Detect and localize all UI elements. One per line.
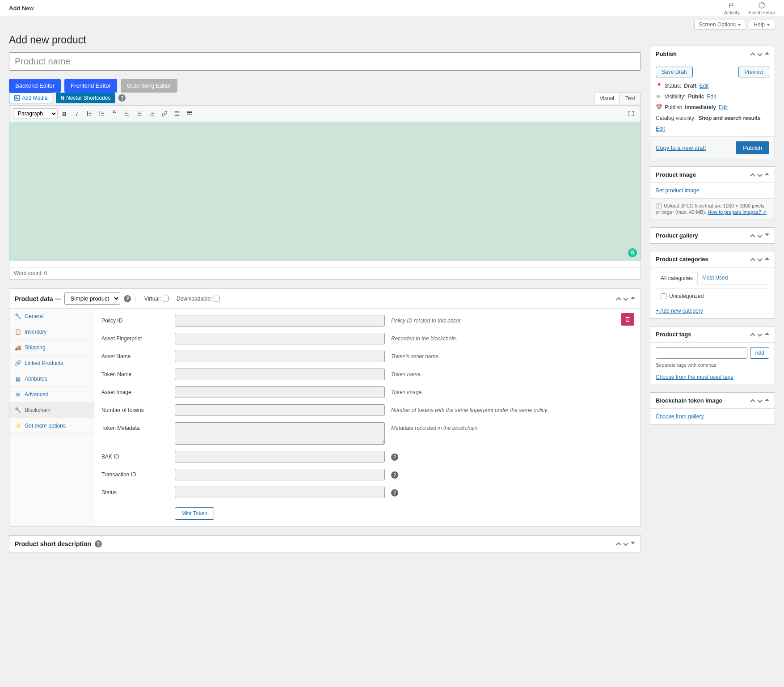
collapse-icon[interactable]	[631, 297, 635, 299]
token-name-input[interactable]	[175, 369, 385, 380]
product-image-box: Product image Set product image iUpload …	[650, 166, 775, 220]
move-down-icon[interactable]	[758, 399, 762, 403]
bak-id-input[interactable]	[175, 451, 385, 462]
help-icon[interactable]: ?	[95, 540, 102, 547]
tab-general[interactable]: 🔧General	[9, 309, 94, 324]
most-used-tab[interactable]: Most Used	[698, 272, 732, 284]
move-up-icon[interactable]	[750, 257, 755, 262]
downloadable-checkbox[interactable]	[214, 296, 219, 301]
move-down-icon[interactable]	[624, 542, 628, 546]
move-up-icon[interactable]	[616, 542, 621, 546]
link-button[interactable]	[159, 108, 170, 119]
grammarly-icon[interactable]: G	[628, 248, 637, 257]
virtual-checkbox[interactable]	[163, 296, 169, 301]
move-up-icon[interactable]	[750, 399, 755, 403]
product-type-select[interactable]: Simple product	[64, 293, 120, 305]
move-down-icon[interactable]	[624, 297, 628, 301]
publish-button[interactable]: Publish	[736, 141, 769, 154]
asset-image-input[interactable]	[175, 386, 385, 398]
policy-id-input[interactable]	[175, 315, 385, 327]
move-up-icon[interactable]	[616, 297, 621, 301]
blockquote-button[interactable]: “	[109, 108, 120, 119]
edit-visibility-link[interactable]: Edit	[707, 93, 716, 100]
tab-shipping[interactable]: 🚚Shipping	[9, 340, 94, 356]
move-up-icon[interactable]	[750, 332, 755, 337]
collapse-icon[interactable]	[765, 257, 769, 260]
save-draft-button[interactable]: Save Draft	[656, 67, 693, 77]
activity-link[interactable]: Activity	[724, 2, 740, 15]
edit-status-link[interactable]: Edit	[699, 83, 708, 89]
asset-name-input[interactable]	[175, 351, 385, 362]
tab-linked-products[interactable]: 🔗Linked Products	[9, 356, 94, 371]
topbar-title: Add New	[9, 5, 34, 12]
help-button[interactable]: Help	[749, 20, 775, 30]
collapse-icon[interactable]	[765, 52, 769, 55]
choose-from-gallery-link[interactable]: Choose from gallery	[656, 413, 704, 420]
align-left-button[interactable]	[121, 108, 133, 119]
uncategorized-checkbox[interactable]	[661, 293, 666, 299]
bullet-list-button[interactable]	[84, 108, 95, 119]
help-icon[interactable]: ?	[391, 471, 398, 479]
metadata-textarea[interactable]	[175, 422, 385, 445]
preview-button[interactable]: Preview	[738, 67, 769, 77]
move-down-icon[interactable]	[758, 52, 762, 56]
mint-token-button[interactable]: Mint Token	[175, 507, 214, 520]
editor-content-area[interactable]: G	[9, 122, 641, 261]
finish-setup-link[interactable]: Finish setup	[749, 2, 775, 15]
frontend-editor-button[interactable]: Frontend Editor	[64, 79, 117, 93]
collapse-icon[interactable]	[765, 173, 769, 175]
fullscreen-button[interactable]	[625, 108, 637, 119]
add-media-button[interactable]: Add Media	[9, 93, 52, 103]
italic-button[interactable]: I	[71, 108, 83, 119]
help-icon[interactable]: ?	[118, 94, 126, 102]
help-icon[interactable]: ?	[391, 489, 398, 496]
align-center-button[interactable]	[134, 108, 145, 119]
copy-draft-link[interactable]: Copy to a new draft	[656, 144, 706, 151]
collapse-icon[interactable]	[765, 332, 769, 335]
move-up-icon[interactable]	[750, 52, 755, 56]
numbered-list-button[interactable]: 123	[96, 108, 108, 119]
tab-inventory[interactable]: 📋Inventory	[9, 324, 94, 340]
tab-blockchain[interactable]: 🔧Blockchain	[9, 403, 94, 418]
help-icon[interactable]: ?	[124, 295, 131, 302]
toolbar-toggle-button[interactable]	[184, 108, 195, 119]
fingerprint-input[interactable]	[175, 333, 385, 344]
visual-tab[interactable]: Visual	[594, 93, 620, 104]
collapse-icon[interactable]	[765, 399, 769, 401]
choose-tags-link[interactable]: Choose from the most used tags	[656, 374, 733, 380]
product-name-input[interactable]	[9, 52, 641, 71]
num-tokens-input[interactable]	[175, 404, 385, 416]
transaction-id-input[interactable]	[175, 469, 385, 480]
set-product-image-link[interactable]: Set product image	[656, 187, 699, 194]
edit-catalog-link[interactable]: Edit	[656, 126, 665, 132]
add-tag-button[interactable]: Add	[750, 347, 769, 359]
backend-editor-button[interactable]: Backend Editor	[9, 79, 61, 93]
move-up-icon[interactable]	[750, 173, 755, 177]
align-right-button[interactable]	[146, 108, 158, 119]
move-down-icon[interactable]	[758, 257, 762, 262]
all-categories-tab[interactable]: All categories	[656, 272, 698, 284]
help-icon[interactable]: ?	[391, 454, 398, 461]
screen-options-button[interactable]: Screen Options	[694, 20, 746, 30]
text-tab[interactable]: Text	[620, 93, 641, 104]
delete-button[interactable]	[621, 313, 634, 326]
expand-icon[interactable]	[631, 542, 635, 544]
expand-icon[interactable]	[765, 233, 769, 236]
prepare-images-link[interactable]: How to prepare images? ↗	[708, 209, 767, 215]
move-up-icon[interactable]	[750, 233, 755, 238]
move-down-icon[interactable]	[758, 332, 762, 337]
format-select[interactable]: Paragraph	[13, 108, 58, 119]
bold-button[interactable]: B	[59, 108, 70, 119]
move-down-icon[interactable]	[758, 173, 762, 177]
move-down-icon[interactable]	[758, 233, 762, 238]
add-new-category-link[interactable]: + Add new category	[656, 308, 703, 314]
tag-input[interactable]	[656, 347, 747, 359]
status-input[interactable]	[175, 487, 385, 498]
edit-publish-link[interactable]: Edit	[719, 104, 728, 110]
nectar-shortcodes-button[interactable]: N Nectar Shortcodes	[56, 93, 115, 103]
insert-more-button[interactable]	[171, 108, 183, 119]
tab-advanced[interactable]: ⚙Advanced	[9, 387, 94, 403]
tab-attributes[interactable]: ▤Attributes	[9, 371, 94, 387]
gutenberg-editor-button[interactable]: Gutenberg Editor	[121, 79, 177, 93]
tab-get-more-options[interactable]: ✨Get more options	[9, 418, 94, 434]
